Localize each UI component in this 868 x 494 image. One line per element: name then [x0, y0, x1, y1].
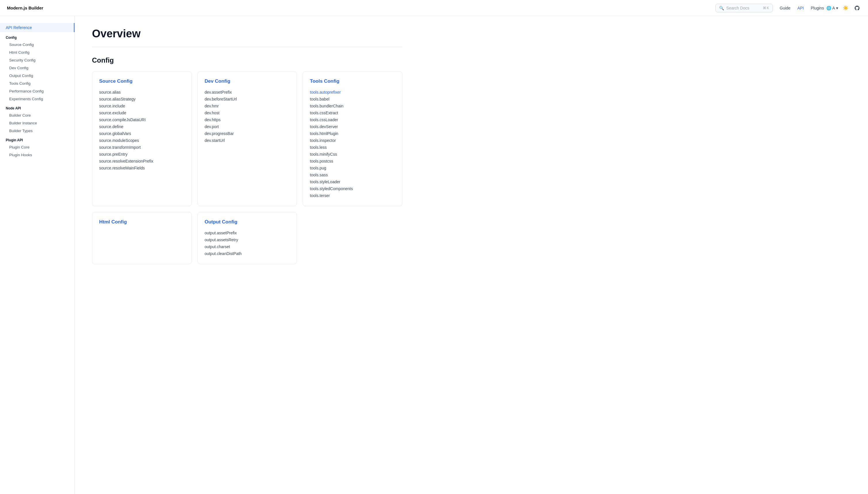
sidebar: API Reference Config Source Config Html …	[0, 16, 75, 494]
empty-column	[303, 212, 402, 264]
link-tools-pug[interactable]: tools.pug	[310, 165, 395, 171]
link-dev-hmr[interactable]: dev.hmr	[205, 102, 290, 110]
link-source-pre-entry[interactable]: source.preEntry	[99, 151, 185, 158]
tools-config-card: Tools Config tools.autoprefixer tools.ba…	[303, 71, 402, 206]
layout: API Reference Config Source Config Html …	[0, 16, 868, 494]
nav-api[interactable]: API	[797, 6, 804, 10]
sidebar-item-output-config[interactable]: Output Config	[0, 72, 74, 79]
sidebar-item-builder-core[interactable]: Builder Core	[0, 111, 74, 119]
dev-config-card-title[interactable]: Dev Config	[205, 78, 290, 84]
tools-config-card-title[interactable]: Tools Config	[310, 78, 395, 84]
sidebar-section-node-api: Node API	[0, 103, 74, 111]
link-tools-css-extract[interactable]: tools.cssExtract	[310, 110, 395, 116]
language-selector[interactable]: 🌐 A ▾	[826, 6, 838, 10]
link-tools-dev-server[interactable]: tools.devServer	[310, 123, 395, 130]
link-source-transform-import[interactable]: source.transformImport	[99, 144, 185, 151]
logo: Modern.js Builder	[7, 5, 43, 10]
link-tools-less[interactable]: tools.less	[310, 144, 395, 151]
link-tools-inspector[interactable]: tools.inspector	[310, 137, 395, 144]
nav-guide[interactable]: Guide	[780, 6, 790, 10]
sidebar-item-html-config[interactable]: Html Config	[0, 49, 74, 56]
bottom-cards-grid: Html Config Output Config output.assetPr…	[92, 212, 402, 264]
sidebar-item-performance-config[interactable]: Performance Config	[0, 87, 74, 95]
link-dev-progress-bar[interactable]: dev.progressBar	[205, 130, 290, 137]
sidebar-item-plugin-core[interactable]: Plugin Core	[0, 143, 74, 151]
link-source-alias[interactable]: source.alias	[99, 89, 185, 96]
link-output-clean-dist-path[interactable]: output.cleanDistPath	[205, 250, 290, 257]
search-bar[interactable]: 🔍 Search Docs ⌘ K	[715, 4, 773, 12]
header-action-icons: ☀️	[842, 4, 861, 12]
link-output-assets-retry[interactable]: output.assetsRetry	[205, 236, 290, 243]
nav-plugins[interactable]: Plugins	[811, 6, 824, 10]
chevron-down-icon: ▾	[836, 6, 838, 10]
dev-config-card: Dev Config dev.assetPrefix dev.beforeSta…	[198, 71, 297, 206]
link-dev-port[interactable]: dev.port	[205, 123, 290, 130]
cmd-key: ⌘	[763, 6, 766, 10]
config-cards-grid: Source Config source.alias source.aliasS…	[92, 71, 402, 206]
sidebar-item-dev-config[interactable]: Dev Config	[0, 64, 74, 72]
link-tools-postcss[interactable]: tools.postcss	[310, 158, 395, 165]
github-icon[interactable]	[853, 4, 861, 12]
link-tools-terser[interactable]: tools.terser	[310, 192, 395, 199]
link-dev-host[interactable]: dev.host	[205, 110, 290, 116]
link-source-alias-strategy[interactable]: source.aliasStrategy	[99, 96, 185, 102]
page-title: Overview	[92, 27, 402, 40]
sidebar-item-source-config[interactable]: Source Config	[0, 41, 74, 49]
divider	[92, 47, 402, 47]
search-placeholder: Search Docs	[726, 6, 760, 10]
link-source-module-scopes[interactable]: source.moduleScopes	[99, 137, 185, 144]
output-config-card-title[interactable]: Output Config	[205, 219, 290, 225]
link-source-compile-js-data-uri[interactable]: source.compileJsDataURI	[99, 116, 185, 123]
link-output-asset-prefix[interactable]: output.assetPrefix	[205, 229, 290, 236]
link-tools-autoprefixer[interactable]: tools.autoprefixer	[310, 89, 395, 96]
link-tools-styled-components[interactable]: tools.styledComponents	[310, 185, 395, 192]
link-tools-style-loader[interactable]: tools.styleLoader	[310, 178, 395, 185]
link-dev-before-start-url[interactable]: dev.beforeStartUrl	[205, 96, 290, 102]
link-source-define[interactable]: source.define	[99, 123, 185, 130]
link-output-charset[interactable]: output.charset	[205, 243, 290, 250]
sidebar-item-plugin-hooks[interactable]: Plugin Hooks	[0, 151, 74, 159]
sidebar-item-experiments-config[interactable]: Experiments Config	[0, 95, 74, 103]
main-content: Overview Config Source Config source.ali…	[75, 16, 420, 494]
output-config-card: Output Config output.assetPrefix output.…	[198, 212, 297, 264]
link-tools-html-plugin[interactable]: tools.htmlPlugin	[310, 130, 395, 137]
header-nav: Guide API Plugins	[780, 6, 824, 10]
link-tools-sass[interactable]: tools.sass	[310, 171, 395, 178]
link-source-exclude[interactable]: source.exclude	[99, 110, 185, 116]
link-source-resolve-extension-prefix[interactable]: source.resolveExtensionPrefix	[99, 158, 185, 165]
search-shortcut: ⌘ K	[763, 6, 769, 10]
config-section-title: Config	[92, 56, 402, 64]
sidebar-section-config: Config	[0, 32, 74, 41]
link-tools-babel[interactable]: tools.babel	[310, 96, 395, 102]
link-tools-bundler-chain[interactable]: tools.bundlerChain	[310, 102, 395, 110]
html-config-card: Html Config	[92, 212, 192, 264]
header: Modern.js Builder 🔍 Search Docs ⌘ K Guid…	[0, 0, 868, 16]
sidebar-item-builder-instance[interactable]: Builder Instance	[0, 119, 74, 127]
sidebar-section-plugin-api: Plugin API	[0, 135, 74, 143]
link-tools-css-loader[interactable]: tools.cssLoader	[310, 116, 395, 123]
lang-label: A	[832, 6, 835, 10]
link-source-include[interactable]: source.include	[99, 102, 185, 110]
html-config-card-title[interactable]: Html Config	[99, 219, 185, 225]
link-source-global-vars[interactable]: source.globalVars	[99, 130, 185, 137]
link-dev-https[interactable]: dev.https	[205, 116, 290, 123]
sidebar-item-tools-config[interactable]: Tools Config	[0, 79, 74, 87]
theme-toggle-icon[interactable]: ☀️	[842, 4, 850, 12]
link-tools-minify-css[interactable]: tools.minifyCss	[310, 151, 395, 158]
link-dev-asset-prefix[interactable]: dev.assetPrefix	[205, 89, 290, 96]
sidebar-item-security-config[interactable]: Security Config	[0, 56, 74, 64]
source-config-card: Source Config source.alias source.aliasS…	[92, 71, 192, 206]
source-config-card-title[interactable]: Source Config	[99, 78, 185, 84]
search-icon: 🔍	[719, 6, 724, 10]
link-dev-start-url[interactable]: dev.startUrl	[205, 137, 290, 144]
link-source-resolve-main-fields[interactable]: source.resolveMainFields	[99, 165, 185, 171]
lang-icon: 🌐	[826, 6, 831, 10]
sidebar-item-builder-types[interactable]: Builder Types	[0, 127, 74, 135]
sidebar-item-api-reference[interactable]: API Reference	[0, 23, 74, 32]
k-key: K	[767, 6, 769, 10]
